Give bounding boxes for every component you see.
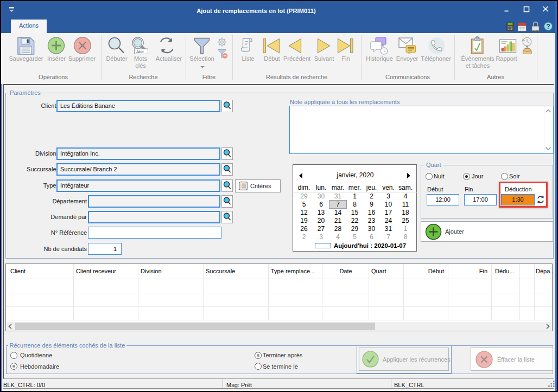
- svg-text:Abc: Abc: [136, 49, 144, 54]
- svg-text:?: ?: [546, 23, 550, 30]
